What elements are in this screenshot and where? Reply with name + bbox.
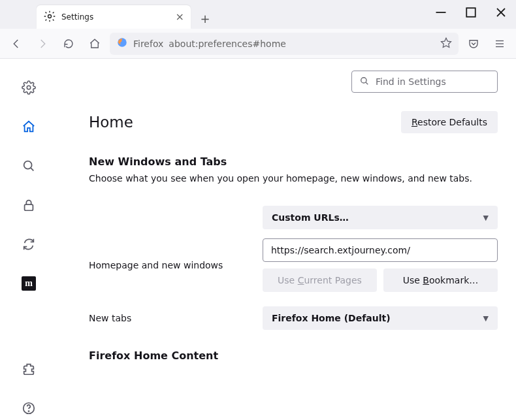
url-bar[interactable]: Firefox about:preferences#home <box>110 33 459 55</box>
chevron-down-icon: ▼ <box>483 214 489 222</box>
firefox-icon <box>116 37 128 50</box>
svg-line-12 <box>31 168 33 170</box>
find-in-settings-input[interactable]: Find in Settings <box>351 71 498 93</box>
newtabs-mode-select[interactable]: Firefox Home (Default) ▼ <box>263 306 498 330</box>
sidebar-item-help[interactable] <box>17 396 40 420</box>
reload-button[interactable] <box>57 33 80 55</box>
new-tab-button[interactable]: + <box>195 8 216 29</box>
newtabs-label: New tabs <box>89 313 263 323</box>
homepage-mode-select[interactable]: Custom URLs… ▼ <box>263 206 498 229</box>
identity-label: Firefox <box>133 39 163 49</box>
settings-sidebar: m <box>0 59 57 420</box>
gear-icon <box>43 10 56 25</box>
svg-rect-13 <box>25 204 33 210</box>
sidebar-item-more-mozilla[interactable]: m <box>17 272 40 295</box>
find-placeholder: Find in Settings <box>376 76 446 87</box>
app-menu-button[interactable] <box>489 33 511 55</box>
select-value: Firefox Home (Default) <box>272 313 391 323</box>
svg-marker-6 <box>442 38 451 47</box>
close-tab-icon[interactable]: × <box>176 12 184 22</box>
restore-defaults-button[interactable]: Restore Defaults <box>401 111 498 133</box>
page-title: Home <box>89 114 133 131</box>
sidebar-item-search[interactable] <box>17 154 40 178</box>
homepage-url-input[interactable] <box>263 238 498 262</box>
settings-main: Find in Settings Home Restore Defaults N… <box>57 59 516 420</box>
minimize-button[interactable] <box>426 0 456 25</box>
home-button[interactable] <box>84 33 106 55</box>
sidebar-item-general[interactable] <box>17 76 40 99</box>
search-icon <box>359 75 370 89</box>
use-current-pages-button[interactable]: Use Current Pages <box>263 268 377 292</box>
maximize-button[interactable] <box>456 0 486 25</box>
section-desc: Choose what you see when you open your h… <box>89 173 498 184</box>
sidebar-item-sync[interactable] <box>17 233 40 256</box>
sidebar-item-extensions[interactable] <box>17 357 40 381</box>
back-button[interactable] <box>5 33 27 55</box>
svg-point-15 <box>28 411 29 412</box>
mozilla-icon: m <box>22 276 36 291</box>
tab-settings[interactable]: Settings × <box>37 5 191 29</box>
section-heading: Firefox Home Content <box>89 349 498 362</box>
svg-rect-1 <box>466 8 476 17</box>
svg-point-11 <box>24 161 32 169</box>
bookmark-star-icon[interactable] <box>440 37 452 50</box>
use-bookmark-button[interactable]: Use Bookmark… <box>383 268 498 292</box>
sidebar-item-home[interactable] <box>17 115 40 138</box>
close-button[interactable] <box>486 0 516 25</box>
toolbar: Firefox about:preferences#home <box>0 29 516 59</box>
svg-point-10 <box>27 86 31 89</box>
save-to-pocket-button[interactable] <box>462 33 485 55</box>
forward-button[interactable] <box>31 33 54 55</box>
sidebar-item-privacy[interactable] <box>17 193 40 217</box>
chevron-down-icon: ▼ <box>483 314 489 323</box>
svg-point-16 <box>361 77 366 82</box>
tab-label: Settings <box>61 12 93 22</box>
url-text: about:preferences#home <box>169 39 286 49</box>
homepage-label: Homepage and new windows <box>89 260 263 270</box>
select-value: Custom URLs… <box>272 212 349 223</box>
svg-line-17 <box>366 82 368 84</box>
svg-point-4 <box>48 14 52 18</box>
section-heading: New Windows and Tabs <box>89 155 498 168</box>
